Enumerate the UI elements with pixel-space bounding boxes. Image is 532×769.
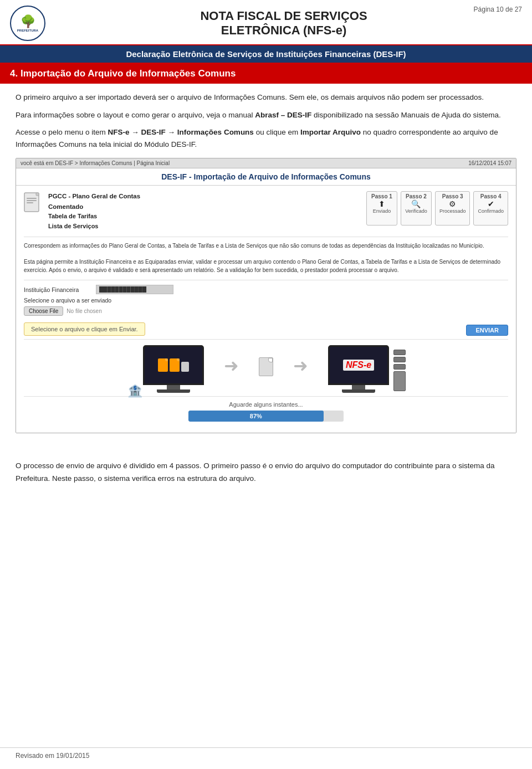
ss-form: Instituição Financeira Selecione o arqui…	[24, 280, 508, 339]
progress-area: Aguarde alguns instantes... 87%	[24, 396, 508, 427]
ss-topbar: você está em DES-IF > Informações Comuns…	[16, 158, 516, 168]
footer-text: Revisado em 19/01/2015	[16, 752, 89, 760]
step-2-label: Passo 2	[405, 193, 427, 199]
step-1-name: Enviado	[371, 208, 393, 214]
ss-description-1: Correspondem as informações do Plano Ger…	[24, 237, 508, 250]
section-heading: 4. Importação do Arquivo de Informações …	[0, 64, 532, 84]
page-number: Página 10 de 27	[474, 6, 522, 13]
logo-tree-icon: 🌳	[21, 14, 35, 29]
svg-rect-1	[36, 193, 39, 196]
progress-label: Aguarde alguns instantes...	[35, 401, 497, 408]
ss-institution-label: Instituição Financeira	[24, 286, 96, 293]
left-screen-content	[147, 351, 200, 380]
step-4-name: Confirmado	[478, 208, 504, 214]
ss-body: PGCC - Plano Geral de Contas Comentado T…	[16, 186, 516, 433]
right-monitor-wrapper: NFS-e	[328, 345, 389, 385]
ss-file-item-1: PGCC - Plano Geral de Contas Comentado	[48, 191, 159, 212]
ss-datetime: 16/12/2014 15:07	[468, 160, 511, 166]
step-3-icon: ⚙	[439, 199, 466, 208]
ss-file-choose-row: Choose File No file chosen	[24, 306, 508, 316]
paragraph-1: O primeiro arquivo a ser importado dever…	[16, 91, 516, 104]
choose-file-button[interactable]: Choose File	[24, 306, 63, 316]
left-monitor-box: 🏦	[143, 345, 204, 393]
ss-institution-row: Instituição Financeira	[24, 285, 508, 294]
ss-step-4: Passo 4 ✔ Confirmado	[473, 191, 508, 225]
step-4-label: Passo 4	[478, 193, 504, 199]
ss-breadcrumb: você está em DES-IF > Informações Comuns…	[21, 160, 170, 166]
step-2-icon: 🔍	[405, 199, 427, 208]
ss-description-2: Esta página permite a Instituição Financ…	[24, 255, 508, 274]
svg-rect-3	[27, 200, 37, 201]
doc-3	[181, 362, 189, 372]
ss-institution-input[interactable]	[96, 285, 173, 294]
footer: Revisado em 19/01/2015	[0, 747, 532, 763]
middle-doc-icon	[259, 357, 273, 376]
step-2-name: Verificado	[405, 208, 427, 214]
ss-file-icon	[24, 192, 44, 218]
doc-stack	[158, 358, 189, 372]
doc-1	[158, 358, 168, 372]
bottom-paragraph: O processo de envio de arquivo é dividid…	[16, 460, 516, 485]
title-line1: NOTA FISCAL DE SERVIÇOS	[200, 9, 367, 23]
bottom-text: O processo de envio de arquivo é dividid…	[0, 452, 532, 490]
doc-2	[170, 358, 180, 372]
enviar-button[interactable]: ENVIAR	[466, 325, 508, 336]
step-1-icon: ⬆	[371, 199, 393, 208]
svg-rect-4	[27, 202, 33, 203]
section-number: 4.	[10, 68, 18, 79]
paragraph-2: Para informações sobre o layout e como g…	[16, 109, 516, 121]
ss-file-list: PGCC - Plano Geral de Contas Comentado T…	[48, 191, 159, 231]
left-monitor-wrapper: 🏦	[143, 345, 204, 385]
right-screen-content: NFS-e	[332, 351, 385, 380]
step-3-label: Passo 3	[439, 193, 466, 199]
server-box-1	[393, 350, 406, 355]
right-monitor: NFS-e	[328, 345, 389, 385]
left-monitor-base	[157, 389, 190, 393]
transfer-arrow: ➜	[224, 355, 239, 393]
ss-file-item-3: Lista de Serviços	[48, 222, 159, 232]
nfse-logo-display: NFS-e	[343, 360, 374, 371]
step-4-icon: ✔	[478, 199, 504, 208]
middle-doc	[259, 357, 273, 393]
ss-enviar-row: ENVIAR	[466, 325, 508, 336]
header-title: NOTA FISCAL DE SERVIÇOS ELETRÔNICA (NFS-…	[45, 9, 522, 38]
logo-inner: 🌳 PREFEITURA	[17, 14, 38, 32]
subtitle-text: Declaração Eletrônica de Serviços de Ins…	[126, 49, 406, 59]
ss-tooltip-area: Selecione o arquivo e clique em Enviar.	[24, 319, 145, 339]
progress-bar-inner: 87%	[188, 411, 324, 422]
ss-file-label-row: Selecione o arquivo a ser enviado	[24, 297, 508, 304]
server-box-4	[393, 371, 406, 391]
header: 🌳 PREFEITURA NOTA FISCAL DE SERVIÇOS ELE…	[0, 0, 532, 45]
right-monitor-stand	[352, 385, 365, 389]
server-box-3	[393, 364, 406, 370]
step-3-name: Processado	[439, 208, 466, 214]
step-1-label: Passo 1	[371, 193, 393, 199]
content-area: O primeiro arquivo a ser importado dever…	[0, 91, 532, 452]
paragraph-3: Acesse o pelo menu o item NFS-e → DES-IF…	[16, 126, 516, 150]
logo-text: PREFEITURA	[17, 29, 38, 32]
left-monitor-stand	[167, 385, 180, 389]
ss-step-2: Passo 2 🔍 Verificado	[401, 191, 432, 225]
right-monitor-box: NFS-e	[328, 345, 389, 393]
building-icon: 🏦	[127, 384, 142, 398]
ss-step-1: Passo 1 ⬆ Enviado	[366, 191, 397, 225]
server-box-2	[393, 357, 406, 362]
ss-tooltip: Selecione o arquivo e clique em Enviar.	[24, 322, 145, 336]
progress-percent: 87%	[250, 413, 262, 419]
document-icon	[24, 192, 44, 217]
progress-bar-outer: 87%	[188, 411, 344, 422]
illustration-area: 🏦	[24, 339, 508, 396]
subtitle-bar: Declaração Eletrônica de Serviços de Ins…	[0, 45, 532, 64]
ss-file-item-2: Tabela de Tarifas	[48, 212, 159, 222]
section-title: Importação do Arquivo de Informações Com…	[21, 68, 236, 79]
ss-file-section: PGCC - Plano Geral de Contas Comentado T…	[24, 191, 361, 231]
left-monitor	[143, 345, 204, 385]
ss-action-row: Selecione o arquivo e clique em Enviar. …	[24, 319, 508, 339]
ss-title: DES-IF - Importação de Arquivo de Inform…	[16, 168, 516, 186]
logo: 🌳 PREFEITURA	[10, 6, 45, 41]
title-line2: ELETRÔNICA (NFS-e)	[221, 23, 347, 37]
ss-steps: Passo 1 ⬆ Enviado Passo 2 🔍 Verificado P…	[366, 191, 508, 225]
svg-rect-2	[27, 198, 37, 199]
server-stack	[393, 350, 406, 391]
ss-file-label: Selecione o arquivo a ser enviado	[24, 297, 111, 304]
